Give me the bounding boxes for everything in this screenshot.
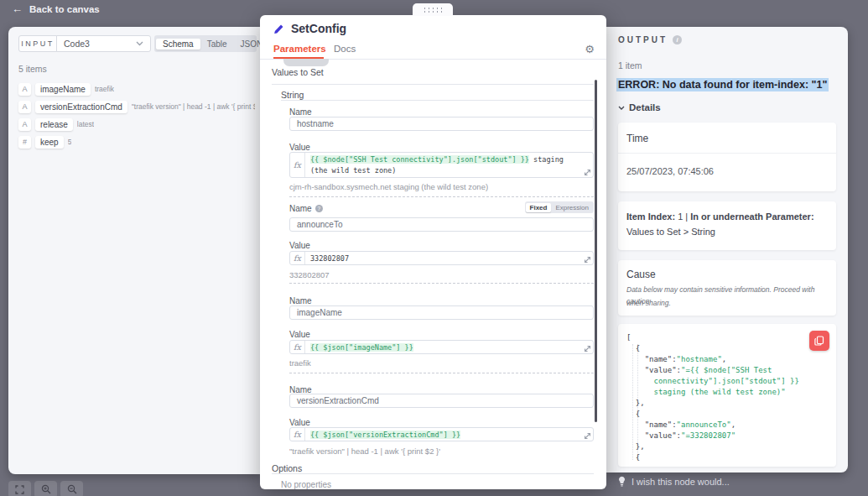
schema-row: A release latest (18, 117, 255, 131)
item-index-bold: Item Index: (626, 211, 675, 222)
error-message-text: ERROR: No data found for item-index: "1" (616, 78, 829, 91)
info-icon[interactable]: i (673, 35, 682, 44)
expand-field-icon[interactable] (584, 432, 591, 440)
error-cause-code[interactable]: [ { "name":"hostname", "value":"={{ $nod… (626, 332, 833, 465)
wish-node-link[interactable]: I wish this node would... (618, 476, 730, 487)
param-name-input[interactable]: announceTo (289, 217, 594, 232)
expression-result-hint: 332802807 (289, 270, 330, 279)
expression-highlight: {{ $json["versionExtractionCmd"] }} (310, 431, 460, 439)
schema-row: A versionExtractionCmd "traefik version"… (18, 100, 255, 113)
card-divider (618, 153, 836, 154)
input-items-count: 5 items (18, 64, 47, 74)
expression-highlight: {{ $json["imageName"] }} (310, 343, 413, 352)
param-value-expression-field[interactable]: fx 332802807 (289, 251, 594, 265)
param-name-input[interactable]: hostname (289, 117, 594, 131)
tab-docs[interactable]: Docs (334, 44, 356, 54)
gear-icon[interactable]: ⚙ (585, 43, 595, 55)
node-title: SetConfig (291, 22, 346, 35)
pencil-icon (273, 23, 284, 34)
expression-result-hint: traefik (289, 358, 311, 368)
clipped-scrolled-control (283, 59, 329, 66)
output-label-text: OUTPUT (618, 35, 668, 44)
help-icon[interactable]: ? (315, 205, 323, 212)
section-divider (272, 84, 594, 85)
param-name-input[interactable]: imageName (289, 305, 594, 320)
modal-scrollbar[interactable] (595, 80, 597, 422)
output-panel: OUTPUT i 1 item ERROR: No data found for… (606, 27, 848, 473)
toggle-fixed[interactable]: Fixed (526, 203, 552, 212)
parameter-bold: In or underneath Parameter: (690, 211, 813, 222)
schema-value: traefik (95, 85, 114, 93)
zoom-out-button[interactable] (60, 481, 83, 496)
schema-key[interactable]: versionExtractionCmd (35, 101, 127, 113)
fx-icon: fx (290, 341, 305, 353)
fx-icon: fx (290, 153, 305, 177)
schema-key[interactable]: keep (35, 136, 64, 149)
item-index-line: Item Index: 1 | In or underneath Paramet… (626, 211, 814, 222)
modal-drag-handle[interactable] (413, 3, 453, 16)
tab-parameters[interactable]: Parameters (273, 44, 326, 54)
zoom-out-icon (67, 484, 77, 494)
input-source-select[interactable]: Code3 (56, 35, 151, 52)
expand-field-icon[interactable] (584, 345, 591, 352)
chevron-down-icon (618, 106, 625, 110)
chevron-down-icon (136, 41, 143, 46)
param-value-label: Value (289, 241, 310, 250)
cause-warning-line2: when sharing. (626, 297, 671, 309)
type-number-icon: # (18, 136, 31, 149)
param-value-label: Value (289, 330, 310, 339)
no-properties-text: No properties (281, 480, 331, 489)
schema-key[interactable]: imageName (35, 83, 91, 96)
zoom-to-fit-button[interactable] (8, 481, 31, 496)
param-divider (289, 283, 594, 284)
schema-value: latest (77, 120, 94, 128)
back-arrow-icon: ← (12, 3, 23, 15)
lightbulb-icon (618, 476, 626, 487)
param-name-input[interactable]: versionExtractionCmd (289, 394, 594, 408)
error-message: ERROR: No data found for item-index: "1" (616, 79, 829, 91)
details-label: Details (629, 102, 661, 112)
error-cause-code-card: [ { "name":"hostname", "value":"={{ $nod… (618, 324, 836, 467)
param-value-label: Value (289, 418, 310, 427)
section-values-to-set: Values to Set (272, 67, 324, 77)
param-divider (289, 373, 594, 373)
param-divider (289, 196, 594, 197)
expression-highlight: {{ $node["SSH Test connectivity"].json["… (310, 155, 529, 164)
item-index-mid: 1 | (675, 211, 690, 222)
schema-row: A imageName traefik (18, 82, 255, 96)
tab-schema[interactable]: Schema (156, 39, 200, 50)
schema-value: "traefik version" | head -1 | awk '{ pri… (132, 102, 255, 111)
error-time-card: Time 25/07/2023, 07:45:06 (618, 123, 836, 191)
fx-icon: fx (290, 252, 305, 264)
input-panel-label: INPUT (18, 35, 57, 52)
expand-field-icon[interactable] (584, 256, 591, 264)
details-toggle[interactable]: Details (618, 102, 661, 112)
param-name-label: Name (289, 296, 312, 305)
back-to-canvas-label: Back to canvas (29, 4, 100, 14)
fixed-expression-toggle: Fixed Expression (525, 201, 594, 213)
output-panel-label: OUTPUT i (618, 35, 682, 44)
time-label: Time (626, 133, 648, 144)
param-value-expression-field[interactable]: fx {{ $json["versionExtractionCmd"] }} (289, 427, 594, 441)
zoom-in-icon (41, 484, 51, 494)
param-name-text: Name (289, 204, 312, 213)
section-options: Options (272, 463, 302, 473)
item-index-path: Values to Set > String (626, 227, 715, 237)
schema-key[interactable]: release (35, 118, 73, 131)
back-to-canvas-button[interactable]: ← Back to canvas (12, 3, 100, 15)
zoom-in-button[interactable] (34, 481, 57, 496)
node-title-row: SetConfig (273, 22, 346, 35)
drag-dots-icon (423, 7, 443, 13)
toggle-expression[interactable]: Expression (551, 203, 593, 212)
input-source-value: Code3 (64, 39, 90, 49)
schema-value: 5 (68, 138, 72, 146)
expand-field-icon[interactable] (584, 169, 591, 176)
tab-table[interactable]: Table (200, 39, 234, 50)
param-name-label: Name (289, 107, 312, 117)
param-value-expression-field[interactable]: fx {{ $json["imageName"] }} (289, 340, 594, 354)
section-divider (272, 473, 594, 474)
param-value-expression-field[interactable]: fx {{ $node["SSH Test connectivity"].jso… (289, 152, 594, 178)
error-cause-header-card: Cause Data below may contain sensitive i… (618, 260, 836, 316)
schema-row: # keep 5 (18, 135, 255, 149)
expression-result-hint: "traefik version" | head -1 | awk '{ pri… (289, 446, 440, 456)
